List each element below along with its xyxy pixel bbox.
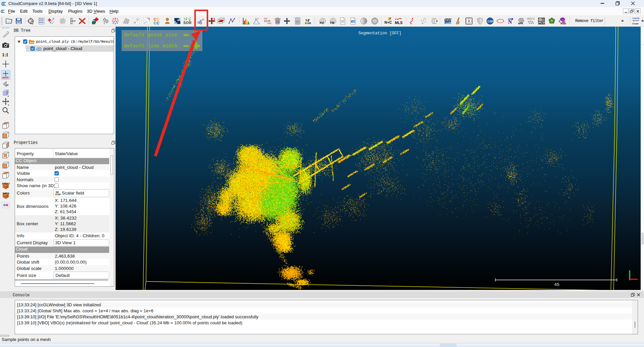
svg-text:C: C [154,21,156,25]
svg-text:SOR: SOR [183,21,191,25]
svg-text:N+C: N+C [384,20,392,24]
svg-text:BACK: BACK [3,192,9,195]
svg-text:CSV: CSV [352,21,356,23]
svg-text:max: max [267,22,271,24]
svg-text:CSF: CSF [487,20,494,23]
svg-text:HPR: HPR [518,22,523,25]
svg-text:N: N [508,19,512,25]
svg-text:MLS: MLS [395,21,402,25]
svg-text:PCV: PCV [538,21,545,24]
svg-text:Kd: Kd [320,21,324,24]
svg-text:1:1: 1:1 [2,52,8,57]
svg-text:RSD: RSD [560,22,566,25]
svg-text:FRONT: FRONT [2,183,10,185]
svg-text:SHP: SHP [341,21,345,23]
svg-text:auto: auto [2,76,9,79]
svg-text:M3C2: M3C2 [527,17,535,20]
svg-text:SF: SF [55,191,59,194]
svg-text:FM: FM [330,21,334,24]
svg-text:SF: SF [305,18,310,23]
svg-text:μ,σ: μ,σ [255,17,259,20]
svg-text:C: C [157,21,159,25]
svg-text:min: min [264,17,268,20]
